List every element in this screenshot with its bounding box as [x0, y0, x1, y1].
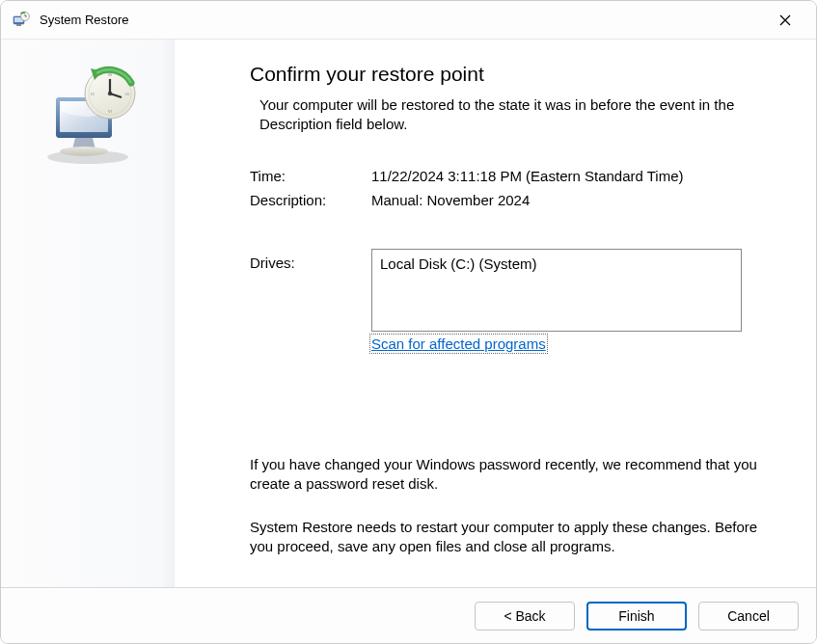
svg-rect-2 — [16, 24, 21, 26]
content-area: XII III VI IX Confirm your restore point… — [1, 40, 816, 587]
description-value: Manual: November 2024 — [371, 192, 770, 208]
main-panel: Confirm your restore point Your computer… — [175, 40, 816, 587]
description-row: Description: Manual: November 2024 — [250, 192, 770, 208]
system-restore-large-icon: XII III VI IX — [35, 61, 141, 167]
time-label: Time: — [250, 168, 371, 184]
wizard-sidebar: XII III VI IX — [1, 40, 175, 587]
system-restore-icon — [13, 12, 30, 29]
drives-row: Drives: Local Disk (C:) (System) Scan fo… — [250, 249, 770, 352]
drive-item[interactable]: Local Disk (C:) (System) — [380, 255, 733, 272]
close-icon — [779, 14, 791, 26]
page-subheading: Your computer will be restored to the st… — [250, 95, 770, 135]
svg-text:IX: IX — [91, 92, 95, 96]
finish-button[interactable]: Finish — [586, 602, 687, 631]
password-warning-text: If you have changed your Windows passwor… — [250, 455, 770, 495]
time-value: 11/22/2024 3:11:18 PM (Eastern Standard … — [371, 168, 770, 184]
back-button[interactable]: < Back — [475, 602, 575, 631]
window-title: System Restore — [40, 13, 766, 27]
svg-text:VI: VI — [108, 109, 112, 114]
svg-text:III: III — [125, 92, 128, 96]
cancel-button[interactable]: Cancel — [698, 602, 799, 631]
scan-affected-programs-link[interactable]: Scan for affected programs — [371, 335, 546, 352]
wizard-footer: < Back Finish Cancel — [1, 587, 816, 643]
svg-point-13 — [60, 147, 108, 156]
time-row: Time: 11/22/2024 3:11:18 PM (Eastern Sta… — [250, 168, 770, 184]
titlebar: System Restore — [1, 1, 816, 40]
description-label: Description: — [250, 192, 371, 208]
restart-warning-text: System Restore needs to restart your com… — [250, 518, 770, 557]
close-button[interactable] — [766, 6, 804, 35]
page-heading: Confirm your restore point — [250, 63, 770, 86]
drives-label: Drives: — [250, 249, 371, 352]
drives-listbox[interactable]: Local Disk (C:) (System) — [371, 249, 742, 332]
